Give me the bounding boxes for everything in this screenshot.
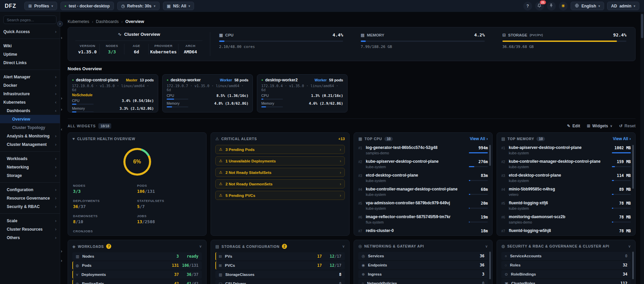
collapse-handle[interactable]: › [61, 96, 62, 101]
widget-scrollbar[interactable] [489, 145, 491, 166]
top-cpu-row[interactable]: #2 kube-apiserver-desktop-control-plane … [358, 158, 488, 172]
sidebar-item[interactable]: Quick Access › [0, 27, 60, 36]
collapse-handle[interactable]: › [61, 107, 62, 112]
search-input[interactable] [3, 16, 56, 24]
user-menu[interactable]: AD admin ▾ [607, 2, 639, 10]
collapse-chevron-icon[interactable]: ∨ [199, 244, 202, 249]
notifications-button[interactable]: 21 [535, 2, 544, 10]
sidebar-item[interactable]: Wiki [0, 42, 60, 50]
top-cpu-row[interactable]: #5 vpa-admission-controller-5879bdc979-6… [358, 200, 488, 213]
namespace-selector[interactable]: ▣ NS: All ▾ [163, 2, 194, 10]
sidebar-item[interactable]: Kubernetes ‹ [0, 98, 60, 106]
sidebar-item[interactable]: Storage › [0, 171, 60, 180]
resource-row[interactable]: ◎ ReplicaSets 42 41/42 [72, 280, 202, 284]
alert-item[interactable]: ⚠ 3 Pending Pods › [215, 145, 345, 154]
refresh-interval-button[interactable]: ◷ Refresh: 30s ▾ [117, 2, 160, 10]
collapse-handle[interactable]: › [61, 249, 62, 254]
top-memory-row[interactable]: #6 monitoring-daemonset-scz2b samples-de… [501, 213, 631, 227]
sidebar-item[interactable]: Configuration › [0, 185, 60, 194]
top-memory-row[interactable]: #3 etcd-desktop-control-plane kube-syste… [501, 172, 631, 186]
reset-button[interactable]: ↺ Reset [619, 124, 636, 128]
sidebar-item[interactable]: Networking › [0, 163, 60, 171]
collapse-chevron-icon[interactable]: ∨ [342, 244, 345, 249]
alert-item[interactable]: ⚠ 5 Pending PVCs › [215, 191, 345, 200]
pod-namespace: flux-system [366, 220, 451, 224]
node-card[interactable]: ● desktop-control-plane Master 13 pods 1… [68, 74, 158, 112]
sidebar-item[interactable]: Infrastructure › [0, 89, 60, 98]
top-cpu-row[interactable]: #6 image-reflector-controller-5875745f59… [358, 213, 488, 227]
collapse-chevron-icon[interactable]: ∨ [628, 244, 631, 249]
top-memory-row[interactable]: #2 kube-controller-manager-desktop-contr… [501, 158, 631, 172]
node-card[interactable]: ● desktop-worker2 Worker 59 pods 172.19.… [257, 74, 348, 112]
sidebar-item[interactable]: Docker › [0, 81, 60, 89]
alert-item[interactable]: ⚠ 2 Not Ready DaemonSets › [215, 179, 345, 188]
collapse-chevron-icon[interactable]: ∨ [485, 244, 488, 249]
top-cpu-row[interactable]: #7 redis-cluster-0 18m [358, 227, 488, 236]
resource-row[interactable]: ⊟ PVs 17 12/17 [215, 252, 345, 260]
resource-row[interactable]: ○ ServiceAccounts 0 [501, 252, 631, 260]
alert-item[interactable]: ⚠ 2 Not Ready StatefulSets › [215, 168, 345, 177]
collapse-handle[interactable]: › [61, 35, 62, 41]
profiles-button[interactable]: ⊞ Profiles ▾ [24, 2, 57, 10]
sidebar-item[interactable]: Security & RBAC › [0, 202, 60, 211]
scrollbar-thumb[interactable] [641, 14, 643, 38]
count-badge: 10 [384, 137, 393, 141]
pin-button[interactable] [547, 2, 556, 10]
sidebar-item[interactable]: Alert Manager › [0, 73, 60, 81]
top-cpu-row[interactable]: #4 kube-controller-manager-desktop-contr… [358, 186, 488, 200]
widgets-button[interactable]: ⊞ Widgets ∨ [587, 124, 612, 128]
view-all-link[interactable]: View All › [613, 136, 631, 141]
resource-row[interactable]: ▣ ClusterRoles 112 [501, 279, 631, 284]
cluster-selector[interactable]: ● test - docker-desktop [61, 2, 114, 10]
view-all-link[interactable]: View All › [470, 136, 488, 141]
resource-row[interactable]: ○ NetworkPolicies 0 [358, 279, 488, 284]
sidebar-item[interactable]: Overview [0, 115, 60, 123]
resource-row[interactable]: ◌ Roles 32 [501, 261, 631, 269]
edit-button[interactable]: ✎ Edit [567, 124, 580, 128]
collapse-handle[interactable]: › [61, 258, 62, 263]
sidebar-item[interactable]: Cluster Management › [0, 140, 60, 149]
top-cpu-row[interactable]: #3 etcd-desktop-control-plane kube-syste… [358, 172, 488, 186]
sidebar-item-label: Cluster Topology [12, 125, 45, 130]
sidebar-item[interactable]: Resource Governance › [0, 194, 60, 202]
sidebar-item[interactable]: Analysis & Monitoring › [0, 132, 60, 140]
stat-label: JOBS [137, 214, 201, 218]
resource-row[interactable]: ▥ Nodes 3 ready [72, 252, 202, 260]
top-cpu-row[interactable]: #1 log-generator-test-86b5cc574c-52g48 s… [358, 144, 488, 158]
sidebar-item[interactable]: Workloads › [0, 154, 60, 163]
collapse-handle[interactable]: ‹ [61, 127, 62, 132]
breadcrumb-kubernetes[interactable]: Kubernetes [68, 19, 89, 24]
alert-item[interactable]: ⚠ 1 Unavailable Deployments › [215, 156, 345, 165]
top-memory-row[interactable]: #5 fluentd-logging-xtfj6 kube-system 78 … [501, 200, 631, 213]
resource-row[interactable]: ⊙ RoleBindings 34 [501, 270, 631, 278]
widget-scrollbar[interactable] [632, 252, 634, 279]
sidebar-item[interactable]: Cluster Resources › [0, 225, 60, 233]
breadcrumb-dashboards[interactable]: Dashboards [96, 19, 119, 24]
help-button[interactable]: ? [523, 2, 532, 10]
sidebar-item[interactable]: Direct Links [0, 58, 60, 67]
resource-row[interactable]: ▢ CSI Drivers 0 [215, 280, 345, 284]
sidebar-item[interactable]: Dashboards ‹ [0, 106, 60, 115]
resource-row[interactable]: ◎ Services 36 [358, 252, 488, 260]
node-card[interactable]: ● desktop-worker Worker 58 pods 172.19.0… [162, 74, 253, 112]
theme-toggle-button[interactable]: ☀ [559, 2, 568, 10]
resource-row[interactable]: ⊕ Ingress 3 [358, 270, 488, 278]
resource-row[interactable]: ⊞ PVCs 17 12/17 [215, 261, 345, 269]
sidebar-item[interactable]: Uptime [0, 50, 60, 58]
sidebar-item[interactable]: Cluster Topology [0, 123, 60, 132]
resource-row[interactable]: ⋎ Deployments 37 36/37 [72, 270, 202, 279]
language-selector[interactable]: English ▾ [571, 2, 604, 10]
widget-scrollbar[interactable] [632, 145, 634, 189]
top-memory-row[interactable]: #4 minio-5bb99585c-n4hsg velero 89 MB [501, 186, 631, 200]
top-memory-row[interactable]: #7 fluentd-logging-w5hj8 78 MB [501, 227, 631, 236]
rank-label: #6 [501, 214, 509, 219]
resource-row[interactable]: ▥ StorageClasses 8 [215, 270, 345, 279]
resource-row[interactable]: ◉ Endpoints 36 [358, 261, 488, 269]
sidebar-item[interactable]: Scale › [0, 216, 60, 225]
collapse-handle[interactable]: › [57, 21, 63, 27]
widget-scrollbar[interactable] [489, 252, 491, 279]
sidebar-item[interactable]: Others › [0, 233, 60, 242]
resource-row[interactable]: ◍ Pods 131 106/131 [72, 261, 202, 269]
page-scrollbar[interactable] [640, 12, 644, 284]
top-memory-row[interactable]: #1 kube-apiserver-desktop-control-plane … [501, 144, 631, 158]
